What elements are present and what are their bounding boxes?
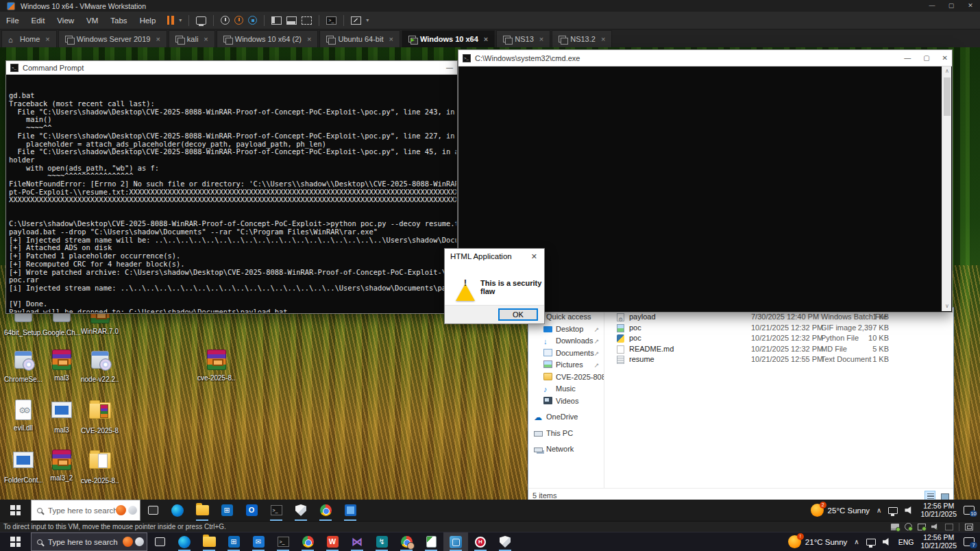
- taskbar-app-button[interactable]: [239, 500, 264, 521]
- notification-icon[interactable]: 7: [964, 537, 975, 546]
- table-row[interactable]: README.md 10/21/2025 12:32 PM MD File 5 …: [604, 344, 953, 355]
- ok-button[interactable]: OK: [498, 308, 538, 321]
- language-indicator[interactable]: ENG: [898, 538, 914, 546]
- tab-close-icon[interactable]: ×: [156, 35, 160, 43]
- tab-close-icon[interactable]: ×: [204, 35, 208, 43]
- chevron-up-icon[interactable]: ∧: [877, 506, 881, 514]
- taskbar-app-button[interactable]: [443, 532, 468, 551]
- taskbar-app-button[interactable]: [468, 532, 493, 551]
- toolbar-button[interactable]: [234, 16, 243, 25]
- tab-close-icon[interactable]: ×: [539, 35, 543, 43]
- taskbar-app-button[interactable]: [190, 500, 215, 521]
- table-row[interactable]: payload 7/30/2025 12:40 PM Windows Batch…: [604, 312, 953, 323]
- whistle-icon[interactable]: [135, 537, 144, 546]
- close-button[interactable]: ✕: [942, 54, 948, 62]
- vm-tab[interactable]: Windows Server 2019 ×: [58, 30, 167, 47]
- taskbar-app-button[interactable]: [320, 532, 345, 551]
- search-input[interactable]: Type here to search: [31, 500, 140, 521]
- start-button[interactable]: [0, 500, 31, 521]
- minimize-button[interactable]: —: [904, 54, 911, 62]
- menu-item[interactable]: View: [51, 12, 80, 29]
- toolbar-button[interactable]: [326, 16, 336, 25]
- toolbar-button[interactable]: [302, 16, 312, 25]
- scrollbar-thumb[interactable]: [944, 77, 951, 116]
- taskbar-app-button[interactable]: [165, 500, 190, 521]
- toolbar-button[interactable]: [343, 15, 344, 26]
- sidebar-item[interactable]: Music ⊸: [528, 383, 604, 395]
- taskbar-app-button[interactable]: [215, 500, 239, 521]
- toolbar-button[interactable]: [213, 15, 214, 26]
- sidebar-item[interactable]: Network ⊸: [528, 443, 604, 456]
- taskbar-app-button[interactable]: [289, 500, 313, 521]
- maximize-button[interactable]: ▢: [942, 0, 961, 12]
- taskbar-app-button[interactable]: [313, 500, 338, 521]
- toolbar-button[interactable]: [167, 16, 174, 25]
- network-icon[interactable]: [866, 539, 876, 546]
- taskbar-app-button[interactable]: [338, 500, 363, 521]
- console-output[interactable]: gd.batTraceback (most recent call last):…: [7, 75, 456, 313]
- table-row[interactable]: poc 10/21/2025 12:32 PM GIF image 2,397 …: [604, 323, 953, 334]
- display-device-icon[interactable]: [945, 524, 953, 530]
- vm-tab[interactable]: Ubuntu 64-bit ×: [319, 30, 400, 47]
- search-input[interactable]: Type here to search: [31, 532, 147, 551]
- desktop-icon[interactable]: mal3: [42, 348, 81, 382]
- network-icon[interactable]: [888, 507, 898, 514]
- sidebar-item[interactable]: Pictures ⊸: [528, 359, 604, 371]
- fullscreen-toggle-icon[interactable]: [965, 524, 973, 530]
- sidebar-item[interactable]: CVE-2025-8088-Wir ⊸: [528, 371, 604, 384]
- taskbar-app-button[interactable]: [345, 532, 369, 551]
- command-prompt-titlebar[interactable]: Command Prompt —: [6, 61, 457, 75]
- desktop-icon[interactable]: node-v22.2...: [81, 348, 119, 383]
- desktop-icon[interactable]: cve-2025-8...: [197, 348, 236, 382]
- toolbar-button[interactable]: [196, 16, 206, 25]
- tab-close-icon[interactable]: ×: [601, 35, 605, 43]
- taskbar-app-button[interactable]: [271, 532, 295, 551]
- desktop-icon[interactable]: cve-2025-8...: [81, 448, 119, 485]
- volume-icon[interactable]: [883, 538, 892, 546]
- desktop-icon[interactable]: mal3_2: [42, 448, 81, 482]
- toolbar-button[interactable]: [179, 17, 182, 23]
- menu-item[interactable]: VM: [80, 12, 104, 29]
- toolbar-button[interactable]: [351, 16, 361, 25]
- desktop-icon[interactable]: FolderCont...: [4, 448, 42, 484]
- minimize-button[interactable]: —: [922, 0, 942, 12]
- taskbar-app-button[interactable]: [493, 532, 517, 551]
- tab-close-icon[interactable]: ×: [389, 35, 393, 43]
- cdrom-icon[interactable]: [905, 523, 912, 530]
- toolbar-button[interactable]: [221, 16, 230, 25]
- desktop-icon[interactable]: evil.dll: [4, 398, 42, 432]
- basketball-icon[interactable]: [116, 505, 126, 515]
- menu-item[interactable]: Tabs: [104, 12, 133, 29]
- sidebar-item[interactable]: Documents ⊸: [528, 347, 604, 360]
- table-row[interactable]: poc 10/21/2025 12:32 PM Python File 10 K…: [604, 333, 953, 344]
- whistle-icon[interactable]: [128, 506, 137, 515]
- sidebar-item[interactable]: Videos ⊸: [528, 395, 604, 408]
- toolbar-button[interactable]: [366, 17, 369, 23]
- basketball-icon[interactable]: [123, 537, 133, 547]
- toolbar-button[interactable]: [286, 16, 297, 25]
- desktop-icon[interactable]: CVE-2025-8...: [81, 398, 119, 434]
- toolbar-button[interactable]: [188, 15, 189, 26]
- tab-close-icon[interactable]: ×: [307, 35, 311, 43]
- vmware-titlebar[interactable]: Windows 10 x64 - VMware Workstation — ▢ …: [0, 0, 980, 12]
- dialog-close-icon[interactable]: ✕: [530, 252, 539, 261]
- taskbar-app-button[interactable]: [369, 532, 394, 551]
- hard-disk-icon[interactable]: [891, 524, 899, 530]
- taskbar-app-button[interactable]: [246, 532, 271, 551]
- vm-tab[interactable]: Windows 10 x64 ×: [402, 30, 495, 47]
- sidebar-item[interactable]: Desktop ⊸: [528, 323, 604, 336]
- sound-device-icon[interactable]: [931, 524, 940, 530]
- notification-icon[interactable]: 10: [964, 506, 975, 515]
- tab-close-icon[interactable]: ×: [45, 35, 49, 43]
- close-button[interactable]: ✕: [961, 0, 980, 12]
- taskbar-app-button[interactable]: [197, 532, 221, 551]
- taskbar-app-button[interactable]: [264, 500, 289, 521]
- menu-item[interactable]: Help: [134, 12, 162, 29]
- vm-tab[interactable]: NS13.2 ×: [552, 30, 612, 47]
- sidebar-item[interactable]: This PC ⊸: [528, 428, 604, 440]
- start-button[interactable]: [0, 532, 31, 551]
- menu-item[interactable]: Edit: [25, 12, 51, 29]
- taskbar-app-button[interactable]: [295, 532, 320, 551]
- table-row[interactable]: resume 10/21/2025 12:55 PM Text Document…: [604, 354, 953, 365]
- scrollbar[interactable]: ∧ ∨: [942, 66, 951, 311]
